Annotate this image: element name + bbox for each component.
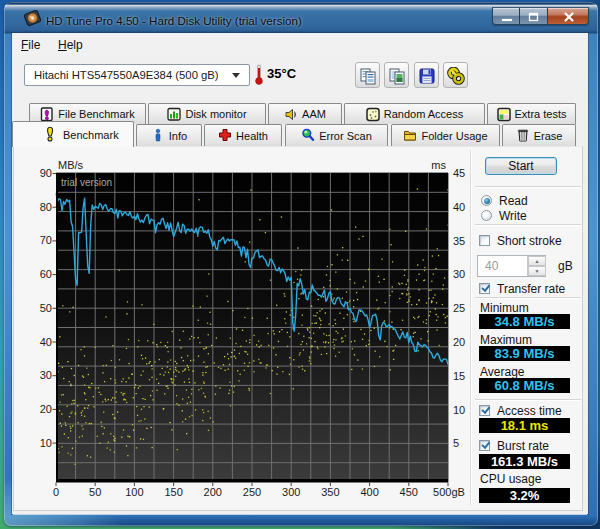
svg-text:40: 40 bbox=[40, 336, 52, 348]
svg-text:80: 80 bbox=[40, 201, 52, 213]
svg-text:25: 25 bbox=[453, 302, 465, 314]
svg-text:20: 20 bbox=[40, 403, 52, 415]
svg-text:MB/s: MB/s bbox=[58, 159, 84, 171]
svg-text:50: 50 bbox=[89, 486, 101, 498]
svg-text:50: 50 bbox=[40, 302, 52, 314]
svg-text:0: 0 bbox=[53, 486, 59, 498]
svg-text:30: 30 bbox=[40, 369, 52, 381]
svg-text:400: 400 bbox=[360, 486, 378, 498]
svg-text:90: 90 bbox=[40, 167, 52, 179]
svg-text:60: 60 bbox=[40, 268, 52, 280]
svg-text:30: 30 bbox=[453, 268, 465, 280]
svg-text:10: 10 bbox=[453, 404, 465, 416]
svg-text:450: 450 bbox=[400, 486, 418, 498]
svg-text:15: 15 bbox=[453, 370, 465, 382]
svg-text:10: 10 bbox=[40, 437, 52, 449]
svg-text:150: 150 bbox=[164, 486, 182, 498]
svg-text:300: 300 bbox=[282, 486, 300, 498]
svg-text:5: 5 bbox=[453, 437, 459, 449]
svg-text:45: 45 bbox=[453, 167, 465, 179]
svg-text:ms: ms bbox=[431, 159, 446, 171]
svg-text:trial version: trial version bbox=[61, 177, 112, 188]
svg-text:200: 200 bbox=[204, 486, 222, 498]
svg-text:40: 40 bbox=[453, 201, 465, 213]
svg-text:20: 20 bbox=[453, 336, 465, 348]
svg-text:350: 350 bbox=[321, 486, 339, 498]
svg-text:250: 250 bbox=[243, 486, 261, 498]
svg-text:35: 35 bbox=[453, 235, 465, 247]
svg-text:500gB: 500gB bbox=[433, 486, 465, 498]
svg-text:70: 70 bbox=[40, 234, 52, 246]
svg-text:100: 100 bbox=[125, 486, 143, 498]
